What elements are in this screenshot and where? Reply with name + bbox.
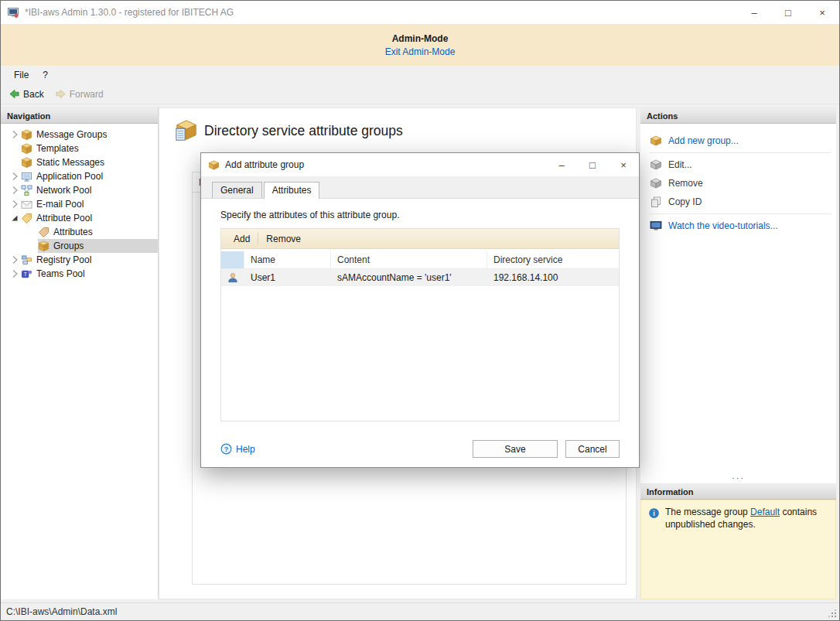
sidebar-item-email-pool[interactable]: E-mail Pool (1, 197, 158, 211)
sidebar-item-message-groups[interactable]: Message Groups (1, 128, 158, 142)
help-icon: ? (220, 443, 232, 455)
edit-icon (650, 159, 662, 171)
action-add-new-group[interactable]: Add new group... (640, 131, 836, 150)
window-title: *IBI-aws Admin 1.30.0 - registered for I… (25, 7, 737, 18)
back-arrow-icon (9, 88, 20, 100)
email-pool-icon (21, 199, 32, 210)
chevron-right-icon[interactable] (9, 170, 21, 183)
chevron-right-icon[interactable] (9, 128, 21, 141)
sidebar-item-label: Static Messages (36, 157, 104, 168)
exit-admin-mode-link[interactable]: Exit Admin-Mode (385, 46, 456, 57)
row-icon-cell (221, 272, 244, 283)
forward-button[interactable]: Forward (55, 88, 104, 100)
action-edit[interactable]: Edit... (640, 155, 836, 174)
menu-help[interactable]: ? (36, 66, 55, 84)
chevron-right-icon[interactable] (9, 254, 21, 266)
attribute-pool-icon (21, 213, 32, 224)
help-label: Help (236, 444, 255, 455)
back-button[interactable]: Back (9, 88, 44, 100)
admin-mode-banner: Admin-Mode Exit Admin-Mode (1, 24, 839, 66)
chevron-right-icon[interactable] (9, 198, 21, 210)
content-column-header[interactable]: Content (331, 251, 487, 268)
info-icon: i (648, 507, 660, 519)
chevron-expanded-icon[interactable] (9, 212, 21, 224)
dialog-window-controls: – □ × (546, 153, 639, 176)
tab-attributes[interactable]: Attributes (264, 182, 320, 199)
sidebar-item-label: Groups (53, 241, 84, 251)
message-groups-icon (21, 129, 32, 141)
actions-panel: Actions Add new group... Edit... Remove (640, 107, 836, 473)
close-button[interactable]: × (805, 1, 839, 24)
minimize-button[interactable]: – (737, 1, 771, 24)
sidebar-item-registry-pool[interactable]: Registry Pool (1, 253, 158, 267)
action-remove[interactable]: Remove (640, 174, 836, 193)
sidebar-item-attributes[interactable]: Attributes (38, 225, 158, 239)
sidebar-item-templates[interactable]: Templates (1, 142, 158, 155)
attributes-toolbar: Add Remove (221, 229, 619, 249)
cancel-button[interactable]: Cancel (565, 440, 620, 458)
page-title: Directory service attribute groups (204, 123, 403, 139)
network-pool-icon (21, 185, 32, 196)
sidebar-item-teams-pool[interactable]: T Teams Pool (1, 267, 158, 281)
sidebar-item-label: Templates (36, 143, 79, 154)
actions-list: Add new group... Edit... Remove Copy ID (640, 124, 836, 473)
resize-grip[interactable] (828, 609, 837, 618)
sidebar-item-application-pool[interactable]: Application Pool (1, 169, 158, 183)
chevron-right-icon[interactable] (9, 184, 21, 196)
sidebar-item-network-pool[interactable]: Network Pool (1, 183, 158, 197)
chevron-placeholder (9, 156, 21, 169)
info-text-before: The message group (665, 507, 750, 517)
svg-text:i: i (653, 510, 655, 517)
dialog-minimize-button[interactable]: – (546, 153, 577, 176)
sidebar-item-static-messages[interactable]: Static Messages (1, 155, 158, 169)
forward-arrow-icon (55, 88, 67, 100)
sidebar-item-label: Network Pool (36, 185, 91, 196)
information-panel: i The message group Default contains unp… (640, 500, 836, 599)
row-content-cell: sAMAccountName = 'user1' (331, 272, 487, 283)
dialog-footer: ? Help Save Cancel (220, 440, 620, 458)
sidebar-item-label: Attributes (53, 227, 93, 237)
action-label: Watch the video-tutorials... (668, 220, 778, 231)
action-copy-id[interactable]: Copy ID (640, 193, 836, 211)
save-button[interactable]: Save (473, 440, 558, 458)
page-title-block: Directory service attribute groups (175, 119, 403, 142)
remove-attribute-button[interactable]: Remove (258, 234, 309, 244)
table-row[interactable]: User1 sAMAccountName = 'user1' 192.168.1… (221, 269, 619, 286)
row-directory-service-cell: 192.168.14.100 (487, 272, 619, 283)
sidebar-item-label: Registry Pool (36, 254, 91, 265)
name-column-header[interactable]: Name (244, 251, 331, 268)
help-link[interactable]: ? Help (220, 443, 255, 455)
sidebar-item-attribute-pool[interactable]: Attribute Pool (1, 211, 158, 225)
navigation-panel: Navigation Message Groups Templates Stat… (1, 107, 159, 599)
menu-bar: File ? (1, 66, 839, 84)
action-label: Copy ID (668, 196, 702, 207)
video-icon (650, 220, 662, 232)
information-header: Information (640, 483, 836, 500)
user-icon (227, 272, 238, 283)
information-message: The message group Default contains unpub… (665, 507, 828, 531)
dialog-close-button[interactable]: × (608, 153, 639, 176)
sidebar-item-groups[interactable]: Groups (38, 239, 158, 253)
add-attribute-button[interactable]: Add (226, 234, 258, 244)
default-group-link[interactable]: Default (750, 507, 780, 517)
icon-column-header[interactable] (221, 251, 244, 268)
tab-general[interactable]: General (212, 182, 262, 198)
attribute-groups-icon (175, 119, 198, 142)
sidebar-item-label: Attribute Pool (36, 213, 92, 223)
chevron-right-icon[interactable] (9, 268, 21, 280)
menu-file[interactable]: File (7, 66, 36, 84)
dialog-description: Specify the attributes of this attribute… (220, 210, 620, 220)
svg-text:?: ? (224, 445, 228, 453)
attributes-icon (38, 227, 50, 238)
templates-icon (21, 143, 32, 155)
panel-splitter-handle[interactable]: ··· (640, 473, 836, 483)
dialog-title-bar: Add attribute group – □ × (201, 153, 639, 176)
action-watch-video-tutorials[interactable]: Watch the video-tutorials... (640, 217, 836, 235)
directory-service-column-header[interactable]: Directory service (487, 251, 619, 268)
action-label: Remove (668, 178, 703, 189)
svg-text:T: T (24, 271, 27, 277)
sidebar-item-label: Message Groups (36, 129, 107, 140)
maximize-button[interactable]: □ (771, 1, 805, 24)
dialog-maximize-button[interactable]: □ (577, 153, 608, 176)
navigation-header: Navigation (1, 107, 158, 124)
